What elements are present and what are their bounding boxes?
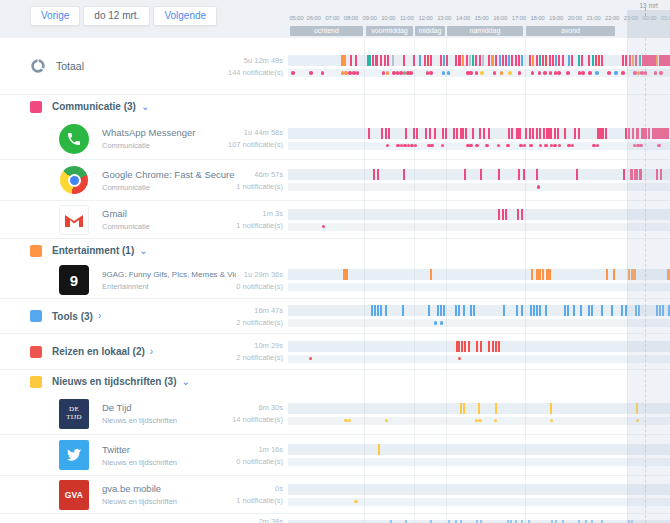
app-category-label: Communicatie — [102, 222, 236, 231]
whatsapp-icon — [58, 123, 90, 155]
category-row-nieuws-en-tijdschriften[interactable]: Nieuws en tijdschriften (3) ⌄ — [0, 369, 670, 393]
total-row[interactable]: Totaal 5u 12m 49s 144 notificatie(s) — [0, 38, 670, 94]
total-usage-time: 5u 12m 49s — [228, 56, 283, 65]
app-row-de-tijd[interactable]: DETIJD De Tijd Nieuws en tijdschriften 6… — [0, 393, 670, 434]
app-name: Twitter — [102, 444, 236, 455]
notification-count: 1 notificatie(s) — [236, 496, 283, 505]
next-day-label: 13 mrt — [639, 2, 657, 9]
notification-count: 107 notificatie(s) — [228, 140, 283, 149]
midnight-marker — [645, 8, 646, 16]
usage-timeline-track — [288, 299, 670, 333]
app-category-label: Nieuws en tijdschriften — [102, 497, 236, 506]
app-category-label: Entertainment — [102, 282, 236, 291]
app-name: 9GAG: Funny Gifs, Pics, Memes & Videos f… — [102, 270, 236, 279]
usage-time: 6m 30s — [232, 403, 283, 412]
app-row-partial[interactable]: 2m 38s — [0, 513, 670, 523]
app-name: WhatsApp Messenger — [102, 127, 228, 138]
usage-timeline-track — [288, 262, 670, 298]
usage-time: 1m 3s — [236, 209, 283, 218]
category-row-entertainment[interactable]: Entertainment (1) ⌄ — [0, 238, 670, 262]
category-color-swatch — [30, 346, 42, 358]
usage-time: 1u 29m 36s — [236, 270, 283, 279]
hour-tick-label: 16:00 — [493, 15, 507, 21]
usage-time: 1m 16s — [236, 445, 283, 454]
total-notification-count: 144 notificatie(s) — [228, 68, 283, 77]
notification-count: 1 notificatie(s) — [236, 221, 283, 230]
hour-tick-label: 09:00 — [363, 15, 377, 21]
chrome-icon — [58, 164, 90, 196]
next-day-button[interactable]: Volgende — [153, 6, 217, 26]
usage-time: 1u 44m 58s — [228, 128, 283, 137]
hour-tick-label: 07:00 — [325, 15, 339, 21]
category-label: Communicatie (3) — [52, 101, 136, 112]
app-row-chrome[interactable]: Google Chrome: Fast & Secure Communicati… — [0, 159, 670, 200]
app-usage-dashboard: Vorige do 12 mrt. Volgende 13 mrt 05:000… — [0, 0, 670, 523]
previous-day-button[interactable]: Vorige — [30, 6, 80, 26]
usage-timeline-track — [288, 476, 670, 513]
category-color-swatch — [30, 101, 42, 113]
usage-timeline-track — [288, 160, 670, 200]
next-day-header-shade — [627, 10, 670, 38]
app-row-whatsapp[interactable]: WhatsApp Messenger Communicatie 1u 44m 5… — [0, 118, 670, 159]
category-row-reizen-en-lokaal[interactable]: Reizen en lokaal (2) › 10m 29s 2 notific… — [0, 333, 670, 369]
category-row-communicatie[interactable]: Communicatie (3) ⌄ — [0, 94, 670, 118]
category-label: Reizen en lokaal (2) — [52, 346, 145, 357]
total-usage-timeline — [288, 38, 670, 94]
hour-tick-label: 08:00 — [344, 15, 358, 21]
timeline-header: 13 mrt 05:0006:0007:0008:0009:0010:0011:… — [288, 0, 670, 38]
twitter-icon — [58, 439, 90, 471]
hour-tick-label: 20:00 — [568, 15, 582, 21]
app-name: gva.be mobile — [102, 483, 236, 494]
notification-count: 14 notificatie(s) — [232, 415, 283, 424]
hour-tick-label: 10:00 — [381, 15, 395, 21]
notification-count: 1 notificatie(s) — [236, 182, 283, 191]
app-name: De Tijd — [102, 402, 232, 413]
period-band: ochtend — [290, 26, 363, 36]
usage-time: 16m 47s — [236, 306, 283, 315]
usage-timeline-track — [288, 201, 670, 238]
chevron-right-icon: › — [98, 311, 101, 321]
usage-time: 46m 57s — [236, 170, 283, 179]
total-label: Totaal — [56, 60, 84, 72]
usage-timeline-track — [288, 334, 670, 369]
period-band: middag — [415, 26, 445, 36]
hour-tick-label: 17:00 — [512, 15, 526, 21]
usage-timeline-track — [288, 435, 670, 475]
hour-tick-label: 11:00 — [400, 15, 414, 21]
9gag-icon: 9 — [58, 264, 90, 296]
category-color-swatch — [30, 376, 42, 388]
period-band: namiddag — [447, 26, 523, 36]
category-color-swatch — [30, 310, 42, 322]
date-navigation: Vorige do 12 mrt. Volgende — [0, 0, 288, 38]
hour-tick-label: 18:00 — [530, 15, 544, 21]
period-band: voormiddag — [366, 26, 413, 36]
hour-tick-label: 22:00 — [605, 15, 619, 21]
app-row-gva-be-mobile[interactable]: GVA gva.be mobile Nieuws en tijdschrifte… — [0, 475, 670, 513]
app-category-label: Communicatie — [102, 183, 236, 192]
app-row-9gag[interactable]: 9 9GAG: Funny Gifs, Pics, Memes & Videos… — [0, 262, 670, 298]
app-category-label: Nieuws en tijdschriften — [102, 458, 236, 467]
app-row-twitter[interactable]: Twitter Nieuws en tijdschriften 1m 16s 0… — [0, 434, 670, 475]
notification-count: 0 notificatie(s) — [236, 457, 283, 466]
hour-tick-label: 06:00 — [307, 15, 321, 21]
hour-tick-label: 12:00 — [418, 15, 432, 21]
notification-count: 0 notificatie(s) — [236, 282, 283, 291]
gva-icon: GVA — [58, 479, 90, 511]
category-row-tools[interactable]: Tools (3) › 16m 47s 2 notificatie(s) — [0, 298, 670, 333]
usage-timeline-track — [288, 393, 670, 434]
period-band: avond — [526, 26, 615, 36]
hour-tick-label: 19:00 — [549, 15, 563, 21]
gmail-icon — [58, 204, 90, 236]
timeline-periods: ochtendvoormiddagmiddagnamiddagavond — [288, 26, 670, 36]
chevron-right-icon: › — [150, 347, 153, 357]
current-date-button[interactable]: do 12 mrt. — [83, 6, 150, 26]
usage-time: 10m 29s — [236, 341, 283, 350]
notification-count: 2 notificatie(s) — [236, 353, 283, 362]
chevron-down-icon: ⌄ — [141, 102, 149, 112]
hour-tick-label: 13:00 — [437, 15, 451, 21]
de-tijd-icon: DETIJD — [58, 398, 90, 430]
chevron-down-icon: ⌄ — [139, 246, 147, 256]
app-row-gmail[interactable]: Gmail Communicatie 1m 3s 1 notificatie(s… — [0, 200, 670, 238]
hour-tick-label: 14:00 — [456, 15, 470, 21]
hour-tick-label: 05:00 — [289, 15, 303, 21]
